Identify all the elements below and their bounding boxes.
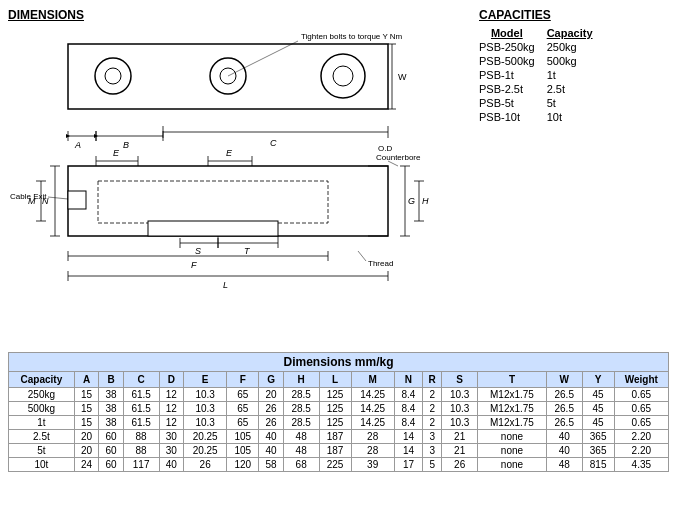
svg-text:G: G xyxy=(408,196,415,206)
dim-cell: 40 xyxy=(546,444,582,458)
dim-header-cell: Y xyxy=(582,372,614,388)
dim-cell: 105 xyxy=(227,430,259,444)
dim-cell: 2.20 xyxy=(614,444,668,458)
model-cell: PSB-250kg xyxy=(479,40,547,54)
svg-text:B: B xyxy=(123,140,129,150)
svg-text:H: H xyxy=(422,196,429,206)
dim-cell: none xyxy=(478,458,547,472)
dim-header-cell: E xyxy=(184,372,227,388)
dim-cell: 28.5 xyxy=(283,416,319,430)
dim-cell: 88 xyxy=(123,430,159,444)
top-section: DIMENSIONS xyxy=(8,8,669,348)
dim-cell: 12 xyxy=(159,388,183,402)
svg-point-2 xyxy=(105,68,121,84)
model-cell: PSB-2.5t xyxy=(479,82,547,96)
dim-cell: 26 xyxy=(259,416,283,430)
dim-cell: 225 xyxy=(319,458,351,472)
dim-cell: 20.25 xyxy=(184,430,227,444)
dim-header-cell: L xyxy=(319,372,351,388)
dim-header-cell: N xyxy=(394,372,422,388)
dim-cell: 21 xyxy=(442,444,478,458)
dim-header-cell: M xyxy=(351,372,394,388)
dim-cell: 1t xyxy=(9,416,75,430)
svg-point-6 xyxy=(333,66,353,86)
dim-cell: 14.25 xyxy=(351,388,394,402)
dim-cell: 4.35 xyxy=(614,458,668,472)
dim-cell: 20 xyxy=(74,430,98,444)
model-cell: PSB-500kg xyxy=(479,54,547,68)
dim-cell: 365 xyxy=(582,430,614,444)
dim-cell: 250kg xyxy=(9,388,75,402)
dim-cell: 65 xyxy=(227,388,259,402)
dim-cell: 125 xyxy=(319,402,351,416)
dim-cell: 40 xyxy=(259,430,283,444)
svg-text:E: E xyxy=(226,148,233,158)
dim-cell: 45 xyxy=(582,388,614,402)
dim-cell: 26 xyxy=(259,402,283,416)
dim-header-cell: C xyxy=(123,372,159,388)
dim-cell: 10.3 xyxy=(442,416,478,430)
svg-text:C: C xyxy=(270,138,277,148)
capacity-cell: 250kg xyxy=(547,40,605,54)
dim-cell: 5t xyxy=(9,444,75,458)
svg-text:E: E xyxy=(113,148,120,158)
dim-row: 250kg153861.51210.3652028.512514.258.421… xyxy=(9,388,669,402)
capacity-row: PSB-2.5t2.5t xyxy=(479,82,605,96)
dim-cell: 65 xyxy=(227,416,259,430)
dim-cell: 5 xyxy=(423,458,442,472)
dimensions-table-title: Dimensions mm/kg xyxy=(8,352,669,371)
od-counterbore-label: O.D xyxy=(378,144,392,153)
dim-cell: 68 xyxy=(283,458,319,472)
dim-cell: 21 xyxy=(442,430,478,444)
dim-cell: 48 xyxy=(283,444,319,458)
dim-row: 500kg153861.51210.3652628.512514.258.421… xyxy=(9,402,669,416)
capacity-row: PSB-250kg250kg xyxy=(479,40,605,54)
dim-header-cell: W xyxy=(546,372,582,388)
dim-cell: 12 xyxy=(159,402,183,416)
dim-cell: 187 xyxy=(319,444,351,458)
dim-cell: 3 xyxy=(423,444,442,458)
capacity-header: Capacity xyxy=(547,26,605,40)
dim-cell: 20 xyxy=(259,388,283,402)
dim-cell: 26.5 xyxy=(546,388,582,402)
dim-cell: 39 xyxy=(351,458,394,472)
dim-cell: 20.25 xyxy=(184,444,227,458)
dim-cell: 0.65 xyxy=(614,416,668,430)
thread-label: Thread xyxy=(368,259,393,268)
dim-cell: 30 xyxy=(159,444,183,458)
capacity-cell: 500kg xyxy=(547,54,605,68)
dim-header-cell: T xyxy=(478,372,547,388)
dim-cell: 117 xyxy=(123,458,159,472)
dim-header-cell: D xyxy=(159,372,183,388)
dim-cell: 0.65 xyxy=(614,402,668,416)
svg-text:Counterbore: Counterbore xyxy=(376,153,421,162)
dim-cell: 20 xyxy=(74,444,98,458)
dim-cell: 10.3 xyxy=(184,402,227,416)
svg-text:N: N xyxy=(42,196,49,206)
capacity-cell: 1t xyxy=(547,68,605,82)
dim-header-cell: Weight xyxy=(614,372,668,388)
svg-line-18 xyxy=(48,197,68,199)
capacity-cell: 10t xyxy=(547,110,605,124)
dim-cell: 14.25 xyxy=(351,416,394,430)
dim-cell: 187 xyxy=(319,430,351,444)
model-header: Model xyxy=(479,26,547,40)
dim-cell: 14 xyxy=(394,430,422,444)
dim-cell: 26 xyxy=(442,458,478,472)
capacities-section: CAPACITIES Model Capacity PSB-250kg250kg… xyxy=(469,8,669,348)
svg-text:F: F xyxy=(191,260,197,270)
dim-cell: 815 xyxy=(582,458,614,472)
dimensions-title: DIMENSIONS xyxy=(8,8,469,22)
dim-cell: 2.20 xyxy=(614,430,668,444)
dim-cell: M12x1.75 xyxy=(478,388,547,402)
bottom-section: Dimensions mm/kg CapacityABCDEFGHLMNRSTW… xyxy=(8,352,669,507)
dim-cell: 10.3 xyxy=(442,388,478,402)
dim-cell: 10.3 xyxy=(184,416,227,430)
svg-text:W: W xyxy=(398,72,407,82)
dim-cell: 2 xyxy=(423,388,442,402)
svg-rect-15 xyxy=(148,221,278,236)
dim-cell: none xyxy=(478,444,547,458)
dim-header-cell: R xyxy=(423,372,442,388)
dim-cell: 58 xyxy=(259,458,283,472)
dim-cell: 61.5 xyxy=(123,402,159,416)
